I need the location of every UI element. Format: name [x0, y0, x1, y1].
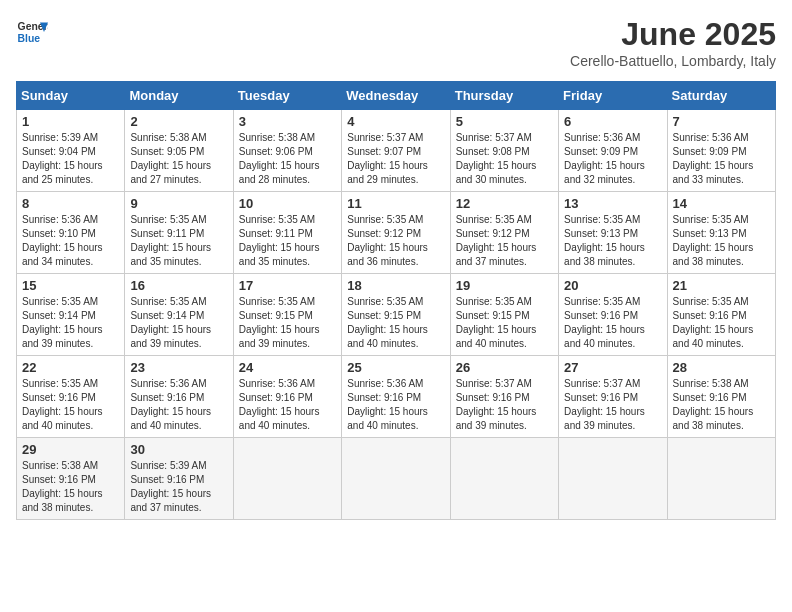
- day-cell: 22 Sunrise: 5:35 AMSunset: 9:16 PMDaylig…: [17, 356, 125, 438]
- day-info: Sunrise: 5:35 AMSunset: 9:15 PMDaylight:…: [456, 295, 553, 351]
- svg-text:Blue: Blue: [18, 33, 41, 44]
- day-cell: 28 Sunrise: 5:38 AMSunset: 9:16 PMDaylig…: [667, 356, 775, 438]
- day-info: Sunrise: 5:35 AMSunset: 9:12 PMDaylight:…: [347, 213, 444, 269]
- day-info: Sunrise: 5:39 AMSunset: 9:04 PMDaylight:…: [22, 131, 119, 187]
- day-info: Sunrise: 5:36 AMSunset: 9:09 PMDaylight:…: [564, 131, 661, 187]
- day-info: Sunrise: 5:36 AMSunset: 9:09 PMDaylight:…: [673, 131, 770, 187]
- day-info: Sunrise: 5:35 AMSunset: 9:14 PMDaylight:…: [22, 295, 119, 351]
- day-cell: 12 Sunrise: 5:35 AMSunset: 9:12 PMDaylig…: [450, 192, 558, 274]
- day-cell: 25 Sunrise: 5:36 AMSunset: 9:16 PMDaylig…: [342, 356, 450, 438]
- week-row-1: 1 Sunrise: 5:39 AMSunset: 9:04 PMDayligh…: [17, 110, 776, 192]
- day-cell: 26 Sunrise: 5:37 AMSunset: 9:16 PMDaylig…: [450, 356, 558, 438]
- day-info: Sunrise: 5:35 AMSunset: 9:15 PMDaylight:…: [347, 295, 444, 351]
- day-number: 30: [130, 442, 227, 457]
- day-info: Sunrise: 5:36 AMSunset: 9:16 PMDaylight:…: [239, 377, 336, 433]
- day-cell: 14 Sunrise: 5:35 AMSunset: 9:13 PMDaylig…: [667, 192, 775, 274]
- day-cell: 2 Sunrise: 5:38 AMSunset: 9:05 PMDayligh…: [125, 110, 233, 192]
- day-cell: 16 Sunrise: 5:35 AMSunset: 9:14 PMDaylig…: [125, 274, 233, 356]
- day-cell: 11 Sunrise: 5:35 AMSunset: 9:12 PMDaylig…: [342, 192, 450, 274]
- day-cell: 29 Sunrise: 5:38 AMSunset: 9:16 PMDaylig…: [17, 438, 125, 520]
- day-number: 8: [22, 196, 119, 211]
- day-info: Sunrise: 5:36 AMSunset: 9:16 PMDaylight:…: [130, 377, 227, 433]
- day-cell: [667, 438, 775, 520]
- day-cell: 9 Sunrise: 5:35 AMSunset: 9:11 PMDayligh…: [125, 192, 233, 274]
- day-number: 9: [130, 196, 227, 211]
- day-info: Sunrise: 5:36 AMSunset: 9:10 PMDaylight:…: [22, 213, 119, 269]
- day-cell: 20 Sunrise: 5:35 AMSunset: 9:16 PMDaylig…: [559, 274, 667, 356]
- day-cell: 4 Sunrise: 5:37 AMSunset: 9:07 PMDayligh…: [342, 110, 450, 192]
- day-cell: 1 Sunrise: 5:39 AMSunset: 9:04 PMDayligh…: [17, 110, 125, 192]
- day-info: Sunrise: 5:35 AMSunset: 9:13 PMDaylight:…: [673, 213, 770, 269]
- day-number: 22: [22, 360, 119, 375]
- day-info: Sunrise: 5:35 AMSunset: 9:16 PMDaylight:…: [564, 295, 661, 351]
- day-cell: 21 Sunrise: 5:35 AMSunset: 9:16 PMDaylig…: [667, 274, 775, 356]
- day-number: 11: [347, 196, 444, 211]
- day-number: 2: [130, 114, 227, 129]
- day-info: Sunrise: 5:35 AMSunset: 9:16 PMDaylight:…: [673, 295, 770, 351]
- day-number: 27: [564, 360, 661, 375]
- day-info: Sunrise: 5:38 AMSunset: 9:16 PMDaylight:…: [22, 459, 119, 515]
- day-info: Sunrise: 5:38 AMSunset: 9:06 PMDaylight:…: [239, 131, 336, 187]
- header-row: SundayMondayTuesdayWednesdayThursdayFrid…: [17, 82, 776, 110]
- header-sunday: Sunday: [17, 82, 125, 110]
- day-cell: 27 Sunrise: 5:37 AMSunset: 9:16 PMDaylig…: [559, 356, 667, 438]
- header-wednesday: Wednesday: [342, 82, 450, 110]
- day-number: 12: [456, 196, 553, 211]
- day-cell: 6 Sunrise: 5:36 AMSunset: 9:09 PMDayligh…: [559, 110, 667, 192]
- day-info: Sunrise: 5:37 AMSunset: 9:16 PMDaylight:…: [564, 377, 661, 433]
- day-cell: 19 Sunrise: 5:35 AMSunset: 9:15 PMDaylig…: [450, 274, 558, 356]
- day-info: Sunrise: 5:35 AMSunset: 9:11 PMDaylight:…: [130, 213, 227, 269]
- day-info: Sunrise: 5:37 AMSunset: 9:07 PMDaylight:…: [347, 131, 444, 187]
- day-number: 14: [673, 196, 770, 211]
- day-cell: 24 Sunrise: 5:36 AMSunset: 9:16 PMDaylig…: [233, 356, 341, 438]
- day-cell: [233, 438, 341, 520]
- day-info: Sunrise: 5:35 AMSunset: 9:13 PMDaylight:…: [564, 213, 661, 269]
- day-number: 20: [564, 278, 661, 293]
- day-cell: 10 Sunrise: 5:35 AMSunset: 9:11 PMDaylig…: [233, 192, 341, 274]
- day-number: 25: [347, 360, 444, 375]
- day-cell: 30 Sunrise: 5:39 AMSunset: 9:16 PMDaylig…: [125, 438, 233, 520]
- day-cell: 15 Sunrise: 5:35 AMSunset: 9:14 PMDaylig…: [17, 274, 125, 356]
- day-number: 29: [22, 442, 119, 457]
- day-info: Sunrise: 5:35 AMSunset: 9:12 PMDaylight:…: [456, 213, 553, 269]
- day-cell: 13 Sunrise: 5:35 AMSunset: 9:13 PMDaylig…: [559, 192, 667, 274]
- day-info: Sunrise: 5:35 AMSunset: 9:11 PMDaylight:…: [239, 213, 336, 269]
- day-number: 23: [130, 360, 227, 375]
- header-tuesday: Tuesday: [233, 82, 341, 110]
- page-title: June 2025: [570, 16, 776, 53]
- week-row-2: 8 Sunrise: 5:36 AMSunset: 9:10 PMDayligh…: [17, 192, 776, 274]
- day-cell: [450, 438, 558, 520]
- day-info: Sunrise: 5:35 AMSunset: 9:16 PMDaylight:…: [22, 377, 119, 433]
- day-cell: 17 Sunrise: 5:35 AMSunset: 9:15 PMDaylig…: [233, 274, 341, 356]
- day-info: Sunrise: 5:38 AMSunset: 9:05 PMDaylight:…: [130, 131, 227, 187]
- day-info: Sunrise: 5:37 AMSunset: 9:08 PMDaylight:…: [456, 131, 553, 187]
- day-number: 19: [456, 278, 553, 293]
- day-cell: 5 Sunrise: 5:37 AMSunset: 9:08 PMDayligh…: [450, 110, 558, 192]
- header-thursday: Thursday: [450, 82, 558, 110]
- page-subtitle: Cerello-Battuello, Lombardy, Italy: [570, 53, 776, 69]
- day-number: 18: [347, 278, 444, 293]
- day-number: 24: [239, 360, 336, 375]
- day-cell: 18 Sunrise: 5:35 AMSunset: 9:15 PMDaylig…: [342, 274, 450, 356]
- day-number: 10: [239, 196, 336, 211]
- logo: General Blue: [16, 16, 48, 48]
- day-cell: [559, 438, 667, 520]
- day-cell: 23 Sunrise: 5:36 AMSunset: 9:16 PMDaylig…: [125, 356, 233, 438]
- day-number: 4: [347, 114, 444, 129]
- day-number: 6: [564, 114, 661, 129]
- day-number: 16: [130, 278, 227, 293]
- day-cell: 8 Sunrise: 5:36 AMSunset: 9:10 PMDayligh…: [17, 192, 125, 274]
- day-number: 13: [564, 196, 661, 211]
- day-number: 17: [239, 278, 336, 293]
- day-info: Sunrise: 5:38 AMSunset: 9:16 PMDaylight:…: [673, 377, 770, 433]
- week-row-5: 29 Sunrise: 5:38 AMSunset: 9:16 PMDaylig…: [17, 438, 776, 520]
- day-number: 7: [673, 114, 770, 129]
- day-number: 28: [673, 360, 770, 375]
- day-number: 5: [456, 114, 553, 129]
- calendar-table: SundayMondayTuesdayWednesdayThursdayFrid…: [16, 81, 776, 520]
- week-row-3: 15 Sunrise: 5:35 AMSunset: 9:14 PMDaylig…: [17, 274, 776, 356]
- day-number: 26: [456, 360, 553, 375]
- day-number: 15: [22, 278, 119, 293]
- day-number: 21: [673, 278, 770, 293]
- day-cell: 3 Sunrise: 5:38 AMSunset: 9:06 PMDayligh…: [233, 110, 341, 192]
